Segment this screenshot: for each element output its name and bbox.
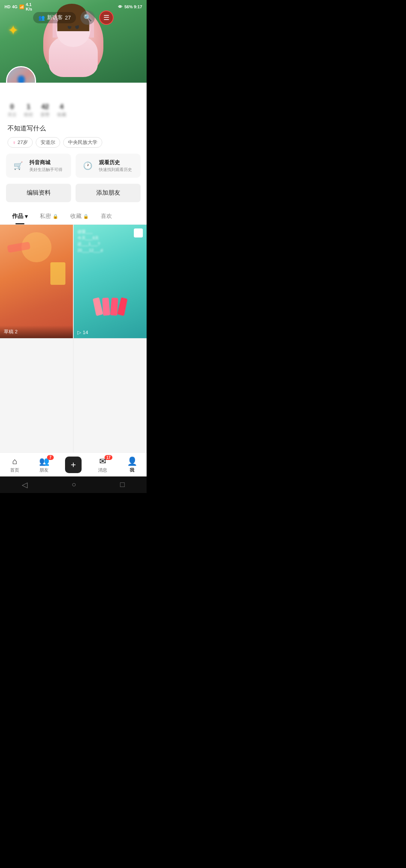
status-left: HD 4G 📶 4.1K/s	[5, 2, 32, 11]
thumb-info-line2: 今天___6天	[77, 235, 143, 241]
thumb-draft[interactable]: 草稿 2	[0, 225, 73, 338]
tag-gender-age[interactable]: ♀ 27岁	[8, 137, 33, 148]
tab-works-label: 作品	[12, 213, 23, 220]
add-friend-button[interactable]: 添加朋友	[76, 184, 141, 202]
avatar: 👤	[6, 66, 36, 83]
thumb-info: @菠___ 今天___6天 还___1___? 20___12___d	[77, 228, 143, 253]
status-hd: HD	[5, 5, 11, 9]
stat-following[interactable]: 0 关注	[8, 103, 17, 118]
stats-bar: 0 关注 1 粉丝 42 获赞 4 收藏	[0, 101, 147, 121]
status-bar: HD 4G 📶 4.1K/s 👁 56% 9:17	[0, 0, 147, 13]
play-icon: ▷	[77, 330, 81, 335]
status-right: 👁 56% 9:17	[118, 5, 142, 9]
stat-likes[interactable]: 42 获赞	[41, 103, 50, 118]
history-card[interactable]: 🕐 观看历史 快速找到观看历史	[76, 154, 141, 178]
tag-location-text: 安道尔	[41, 139, 55, 146]
history-text: 观看历史 快速找到观看历史	[99, 159, 132, 172]
tag-age: 27岁	[18, 139, 28, 146]
nav-friends[interactable]: 👥 7 朋友	[33, 457, 55, 473]
visitor-icon: 👥	[38, 15, 45, 21]
recents-button[interactable]: □	[120, 480, 124, 489]
android-nav: ◁ ○ □	[0, 476, 147, 493]
star-decoration: ✦	[8, 23, 19, 38]
edit-profile-button[interactable]: 编辑资料	[6, 184, 71, 202]
stat-following-num: 0	[10, 103, 14, 111]
status-wifi: 📶	[19, 5, 24, 9]
history-icon: 🕐	[81, 159, 94, 172]
tab-likes[interactable]: 喜欢	[95, 208, 118, 224]
thumb-info-line4: 20___12___d	[77, 247, 143, 254]
stat-fans-label: 粉丝	[24, 112, 33, 118]
nav-create[interactable]: +	[62, 457, 85, 473]
tab-collect-label: 收藏	[70, 213, 82, 220]
content-grid: 草稿 2 @菠___ 今天___6天 还___1___? 20___12___d	[0, 225, 147, 452]
shop-card[interactable]: 🛒 抖音商城 美好生活触手可得	[6, 154, 71, 178]
search-icon: 🔍	[83, 14, 92, 22]
stat-likes-label: 获赞	[41, 112, 50, 118]
me-icon: 👤	[127, 457, 137, 466]
nav-me-label: 我	[130, 467, 134, 473]
thumb-info-line1: @菠___	[77, 228, 143, 235]
tag-location[interactable]: 安道尔	[36, 137, 60, 148]
nav-home-label: 首页	[10, 467, 19, 473]
nav-me[interactable]: 👤 我	[121, 457, 143, 473]
shop-subtitle: 美好生活触手可得	[29, 167, 62, 172]
visitor-badge[interactable]: 👥 新访客 27	[33, 12, 76, 23]
tag-school[interactable]: 中央民族大学	[63, 137, 102, 148]
gender-icon: ♀	[12, 140, 16, 145]
bio-text: 不知道写什么	[8, 124, 139, 133]
tabs-row: 作品 ▾ 私密 🔒 收藏 🔒 喜欢	[0, 208, 147, 224]
bottom-nav: ⌂ 首页 👥 7 朋友 + ✉ 17 消息 👤 我	[0, 452, 147, 476]
stat-collect-num: 4	[60, 103, 64, 111]
status-speed: 4.1K/s	[26, 2, 32, 11]
nav-home[interactable]: ⌂ 首页	[3, 457, 26, 473]
thumb-draft-overlay: 草稿 2	[0, 325, 73, 338]
nav-friends-label: 朋友	[39, 467, 48, 473]
action-buttons: 编辑资料 添加朋友	[0, 184, 147, 208]
thumb-info-line3: 还___1___?	[77, 241, 143, 247]
back-button[interactable]: ◁	[22, 480, 27, 489]
nav-messages-label: 消息	[98, 467, 107, 473]
history-subtitle: 快速找到观看历史	[99, 167, 132, 172]
visitor-label: 新访客	[47, 14, 63, 21]
thumb-empty-2	[74, 339, 147, 452]
shop-title: 抖音商城	[29, 159, 62, 166]
profile-section: 不知道写什么 ♀ 27岁 安道尔 中央民族大学	[0, 121, 147, 154]
status-battery: 56% 9:17	[124, 5, 142, 9]
friends-badge: 7	[47, 455, 54, 460]
stat-fans-num: 1	[27, 103, 30, 111]
stat-collect-label: 收藏	[57, 112, 66, 118]
draft-label: 草稿 2	[4, 328, 69, 335]
stat-following-label: 关注	[8, 112, 17, 118]
stat-collect[interactable]: 4 收藏	[57, 103, 66, 118]
thumb-empty-1	[0, 339, 73, 452]
tab-private[interactable]: 私密 🔒	[34, 208, 64, 224]
tag-school-text: 中央民族大学	[68, 139, 97, 146]
app-container: HD 4G 📶 4.1K/s 👁 56% 9:17 ✦	[0, 0, 147, 493]
tags-row: ♀ 27岁 安道尔 中央民族大学	[8, 137, 139, 148]
home-icon: ⌂	[12, 457, 17, 466]
tab-works[interactable]: 作品 ▾	[6, 208, 34, 224]
messages-badge: 17	[105, 455, 112, 460]
thumb-video[interactable]: @菠___ 今天___6天 还___1___? 20___12___d ▷ 14	[74, 225, 147, 338]
nav-messages[interactable]: ✉ 17 消息	[91, 457, 114, 473]
plus-icon: +	[71, 460, 76, 470]
home-button[interactable]: ○	[71, 480, 76, 489]
shop-icon: 🛒	[11, 159, 25, 172]
stat-fans[interactable]: 1 粉丝	[24, 103, 33, 118]
visitor-count: 27	[65, 15, 71, 21]
stat-likes-num: 42	[41, 103, 49, 111]
tab-collect[interactable]: 收藏 🔒	[64, 208, 95, 224]
shop-text: 抖音商城 美好生活触手可得	[29, 159, 62, 172]
tab-private-lock-icon: 🔒	[53, 214, 58, 219]
status-signal: 4G	[12, 5, 18, 9]
quick-actions: 🛒 抖音商城 美好生活触手可得 🕐 观看历史 快速找到观看历史	[0, 154, 147, 184]
history-title: 观看历史	[99, 159, 132, 166]
status-battery-icon: 👁	[118, 5, 122, 9]
tab-works-arrow: ▾	[25, 213, 28, 220]
menu-icon: ☰	[103, 14, 109, 22]
play-count: ▷ 14	[77, 330, 88, 335]
tab-likes-label: 喜欢	[101, 213, 112, 220]
play-count-num: 14	[83, 330, 88, 335]
create-button[interactable]: +	[65, 457, 82, 473]
